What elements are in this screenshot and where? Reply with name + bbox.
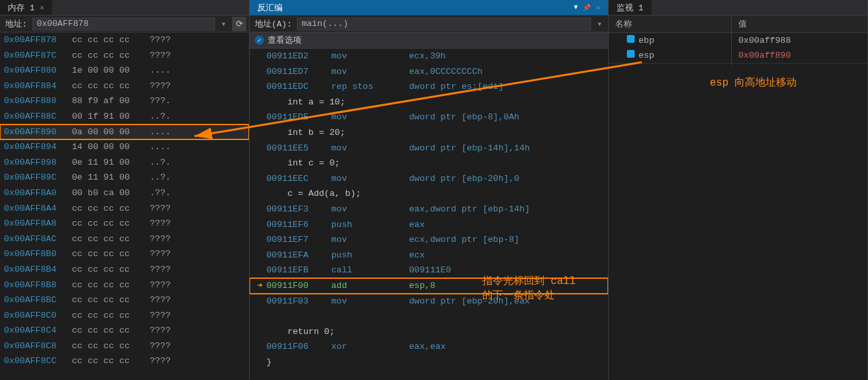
watch-content[interactable]: ebp0x00aff988esp0x00aff890 (609, 33, 867, 380)
memory-bytes: cc cc cc cc (72, 292, 150, 308)
memory-address-input[interactable] (32, 18, 215, 30)
watch-tab-label: 监视 1 (616, 2, 644, 14)
memory-row[interactable]: 0x00AFF88C00 1f 91 00 ..?. (0, 109, 249, 125)
memory-row[interactable]: 0x00AFF8C8cc cc cc cc ???? (0, 338, 249, 354)
memory-row[interactable]: 0x00AFF8900a 00 00 00 .... (0, 125, 249, 140)
memory-row[interactable]: 0x00AFF8BCcc cc cc cc ???? (0, 292, 249, 308)
memory-row[interactable]: 0x00AFF8801e 00 00 00 .... (0, 63, 249, 78)
asm-line[interactable]: 00911EFBcall009111E0 (250, 263, 608, 278)
memory-row[interactable]: 0x00AFF89C0e 11 91 00 ..?. (0, 170, 249, 185)
asm-line[interactable]: 00911F06xoreax,eax (250, 339, 608, 355)
memory-bytes: cc cc cc cc (72, 246, 150, 262)
memory-row[interactable]: 0x00AFF8B8cc cc cc cc ???? (0, 278, 249, 293)
asm-address: 00911EDC (266, 79, 331, 95)
asm-mnemonic: mov (331, 141, 409, 156)
memory-row[interactable]: 0x00AFF8A000 b0 ca 00 .??. (0, 185, 249, 201)
memory-ascii: ???? (150, 201, 170, 217)
memory-bytes: cc cc cc cc (72, 323, 150, 338)
close-icon[interactable]: ✕ (596, 3, 600, 12)
memory-addr: 0x00AFF890 (4, 125, 72, 140)
asm-line[interactable]: 00911EF3moveax,dword ptr [ebp-14h] (250, 202, 608, 217)
memory-row[interactable]: 0x00AFF8A4cc cc cc cc ???? (0, 201, 249, 217)
memory-row[interactable]: 0x00AFF88888 f9 af 00 ???. (0, 93, 249, 109)
refresh-button[interactable]: ⟳ (232, 17, 246, 31)
disasm-tab[interactable]: 反汇编 ▼ 📌 ✕ (250, 0, 608, 15)
memory-bytes: cc cc cc cc (72, 353, 150, 369)
asm-line[interactable]: 00911EECmovdword ptr [ebp-20h],0 (250, 171, 608, 187)
close-icon[interactable]: ✕ (40, 3, 45, 12)
asm-line[interactable]: 00911EF7movecx,dword ptr [ebp-8] (250, 232, 608, 248)
asm-address: 00911F00 (266, 278, 331, 294)
memory-row[interactable]: 0x00AFF8B4cc cc cc cc ???? (0, 262, 249, 278)
chevron-down-icon[interactable]: ▾ (594, 19, 605, 29)
source-line[interactable]: c = Add(a, b); (250, 186, 608, 202)
memory-addr: 0x00AFF87C (4, 48, 72, 64)
asm-address: 00911EF7 (266, 232, 331, 248)
source-line[interactable]: int c = 0; (250, 156, 608, 171)
asm-address: 00911EF6 (266, 217, 331, 233)
asm-line[interactable]: ➔00911F00addesp,8 (250, 278, 608, 294)
asm-source: return 0; (266, 324, 334, 340)
disasm-content[interactable]: 00911ED2movecx,39h00911ED7moveax,0CCCCCC… (250, 49, 608, 380)
chevron-down-icon[interactable]: ▾ (218, 19, 229, 29)
memory-row[interactable]: 0x00AFF8C0cc cc cc cc ???? (0, 308, 249, 324)
asm-source: } (266, 355, 272, 370)
memory-addr: 0x00AFF8C8 (4, 338, 72, 354)
memory-panel: 内存 1 ✕ 地址: ▾ ⟳ 0x00AFF878cc cc cc cc ???… (0, 0, 250, 380)
source-line[interactable]: int a = 10; (250, 95, 608, 110)
memory-row[interactable]: 0x00AFF8A8cc cc cc cc ???? (0, 216, 249, 232)
memory-row[interactable]: 0x00AFF884cc cc cc cc ???? (0, 78, 249, 94)
source-line[interactable]: int b = 20; (250, 125, 608, 141)
memory-tab[interactable]: 内存 1 ✕ (0, 0, 52, 15)
asm-operands: esp,8 (409, 278, 436, 294)
asm-operands: eax,dword ptr [ebp-14h] (409, 202, 530, 217)
watch-row[interactable]: esp0x00aff890 (609, 48, 867, 63)
memory-row[interactable]: 0x00AFF8CCcc cc cc cc ???? (0, 353, 249, 369)
source-line[interactable] (250, 309, 608, 324)
memory-addr: 0x00AFF8B0 (4, 246, 72, 262)
watch-col-name-header[interactable]: 名称 (609, 16, 732, 32)
memory-bytes: 00 b0 ca 00 (72, 185, 150, 201)
memory-ascii: ???? (150, 78, 170, 94)
memory-addr: 0x00AFF888 (4, 93, 72, 109)
memory-addr: 0x00AFF8AC (4, 232, 72, 247)
asm-mnemonic: mov (331, 49, 409, 64)
memory-row[interactable]: 0x00AFF8B0cc cc cc cc ???? (0, 246, 249, 262)
disasm-address-input[interactable] (297, 18, 591, 30)
asm-line[interactable]: 00911ED2movecx,39h (250, 49, 608, 64)
memory-row[interactable]: 0x00AFF878cc cc cc cc ???? (0, 32, 249, 48)
memory-ascii: ???? (150, 323, 170, 338)
source-line[interactable]: } (250, 355, 608, 370)
disasm-options-bar[interactable]: ✓ 查看选项 (250, 32, 608, 49)
source-line[interactable]: return 0; (250, 324, 608, 340)
memory-row[interactable]: 0x00AFF89414 00 00 00 .... (0, 139, 249, 155)
disasm-tab-bar: 反汇编 ▼ 📌 ✕ (250, 0, 608, 16)
pin-icon[interactable]: 📌 (583, 4, 591, 12)
asm-line[interactable]: 00911EDCrep stosdword ptr es:[edi] (250, 79, 608, 95)
memory-content[interactable]: 0x00AFF878cc cc cc cc ????0x00AFF87Ccc c… (0, 32, 249, 380)
disasm-options-label: 查看选项 (268, 34, 301, 46)
memory-row[interactable]: 0x00AFF8ACcc cc cc cc ???? (0, 232, 249, 247)
memory-row[interactable]: 0x00AFF87Ccc cc cc cc ???? (0, 48, 249, 64)
memory-bytes: cc cc cc cc (72, 48, 150, 64)
memory-row[interactable]: 0x00AFF8980e 11 91 00 ..?. (0, 155, 249, 171)
asm-line[interactable]: 00911EE5movdword ptr [ebp-14h],14h (250, 141, 608, 156)
watch-col-value-header[interactable]: 值 (732, 16, 867, 32)
variable-icon (627, 35, 635, 43)
memory-bytes: cc cc cc cc (72, 201, 150, 217)
memory-row[interactable]: 0x00AFF8C4cc cc cc cc ???? (0, 323, 249, 338)
asm-line[interactable]: 00911EFApushecx (250, 248, 608, 263)
asm-line[interactable]: 00911EF6pusheax (250, 217, 608, 233)
memory-bytes: 00 1f 91 00 (72, 109, 150, 125)
asm-line[interactable]: 00911EDEmovdword ptr [ebp-8],0Ah (250, 110, 608, 125)
asm-address: 00911F06 (266, 339, 331, 355)
memory-addr: 0x00AFF884 (4, 78, 72, 94)
memory-ascii: .... (150, 139, 170, 155)
memory-ascii: ???? (150, 246, 170, 262)
chevron-down-icon[interactable]: ▼ (574, 4, 578, 11)
watch-tab[interactable]: 监视 1 (609, 0, 651, 15)
asm-line[interactable]: 00911F03movdword ptr [ebp-20h],eax (250, 294, 608, 309)
memory-addr: 0x00AFF8CC (4, 353, 72, 369)
memory-addr: 0x00AFF8B8 (4, 278, 72, 293)
asm-line[interactable]: 00911ED7moveax,0CCCCCCCCh (250, 64, 608, 80)
